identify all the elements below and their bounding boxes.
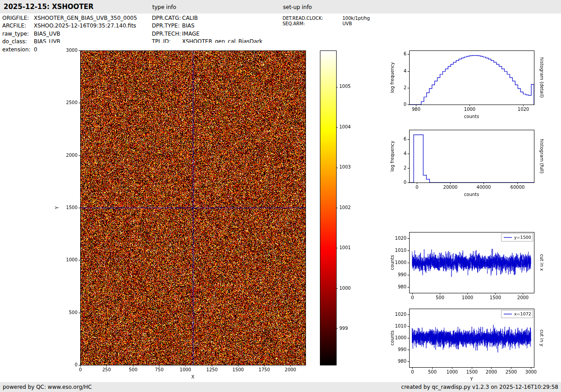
meta-value: XSHOO.2025-12-16T09:35:27.140.fits [34,22,136,30]
qc-report-page: 2025-12-15: XSHOOTER type info set-up in… [0,0,561,392]
meta-label: do_class: [2,38,34,46]
cut-in-y-plot [379,301,557,383]
meta-row-arcfile: ARCFILE: XSHOO.2025-12-16T09:35:27.140.f… [2,22,137,30]
footer-powered-by: powered by QC: www.eso.org/HC [3,384,92,390]
meta-value: 100k/1pt/hg [342,16,370,21]
setup-info-block: DET.READ.CLOCK: 100k/1pt/hg SEQ.ARM: UVB [283,16,370,26]
footer-created-by: created by qc_rawdisp.py v1.2.3 on 2025-… [401,384,558,390]
meta-value: XSHOOTER_GEN_BIAS_UVB_350_0005 [34,14,137,22]
meta-row-origfile: ORIGFILE: XSHOOTER_GEN_BIAS_UVB_350_0005 [2,14,137,22]
type-info-block: DPR.CATG: CALIB DPR.TYPE: BIAS DPR.TECH:… [152,14,263,46]
meta-row-dprcatg: DPR.CATG: CALIB [152,14,263,22]
meta-row-readclock: DET.READ.CLOCK: 100k/1pt/hg [283,16,370,21]
meta-value: UVB [342,21,352,27]
meta-label: DPR.CATG: [152,14,182,22]
meta-label: raw_type: [2,30,34,38]
meta-label: SEQ.ARM: [283,21,342,27]
meta-value: IMAGE [182,30,200,38]
meta-value: BIAS_UVB [34,30,60,38]
meta-value: CALIB [182,14,198,22]
meta-value: 0 [34,46,37,54]
meta-row-dprtech: DPR.TECH: IMAGE [152,30,263,38]
histogram-full-plot [379,122,557,201]
meta-label: ORIGFILE: [2,14,34,22]
meta-row-dprtype: DPR.TYPE: BIAS [152,22,263,30]
cut-in-x-plot [379,224,557,309]
meta-value: BIAS [182,22,195,30]
bias-image-plot [43,43,323,390]
type-info-heading: type info [152,4,176,10]
meta-row-seqarm: SEQ.ARM: UVB [283,21,370,27]
meta-label: DPR.TYPE: [152,22,182,30]
meta-label: extension: [2,46,34,54]
meta-label: DPR.TECH: [152,30,182,38]
meta-label: ARCFILE: [2,22,34,30]
colorbar [315,43,360,390]
setup-info-heading: set-up info [283,4,312,10]
header-bar: 2025-12-15: XSHOOTER type info set-up in… [0,0,561,14]
histogram-detail-plot [379,43,557,122]
footer-bar: powered by QC: www.eso.org/HC created by… [0,382,561,392]
meta-row-rawtype: raw_type: BIAS_UVB [2,30,137,38]
page-title: 2025-12-15: XSHOOTER [4,3,94,11]
meta-label: DET.READ.CLOCK: [283,16,342,21]
